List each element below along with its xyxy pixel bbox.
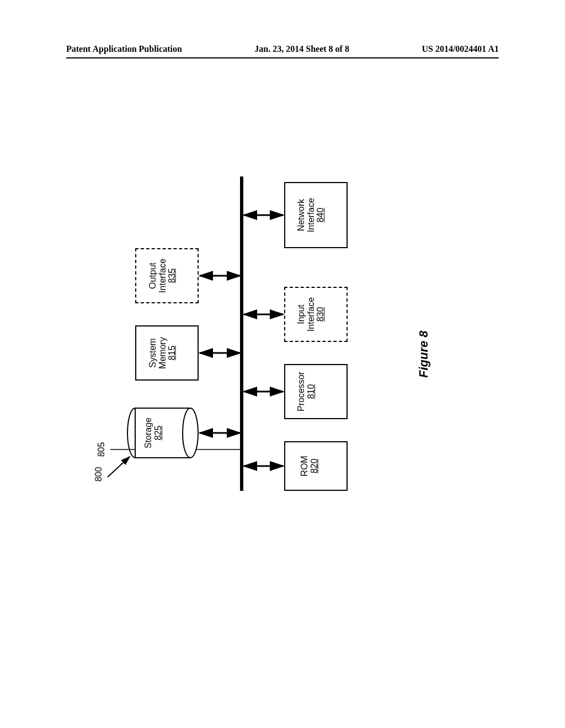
- figure-caption: Figure 8: [417, 312, 433, 378]
- rom-label: ROM 820: [300, 443, 333, 490]
- bus-label: 805: [97, 438, 108, 461]
- header-rule: [66, 57, 499, 58]
- svg-line-0: [108, 457, 130, 477]
- svg-point-3: [183, 408, 198, 458]
- output-interface-connector: [199, 270, 243, 281]
- diagram-stage: 800 805: [94, 143, 469, 563]
- system-memory-label: System Memory 815: [148, 327, 186, 379]
- page-header: Patent Application Publication Jan. 23, …: [0, 44, 565, 54]
- storage-label: Storage 825: [143, 414, 182, 452]
- input-interface-connector: [243, 309, 287, 320]
- output-interface-label: Output Interface 835: [148, 250, 186, 302]
- header-center: Jan. 23, 2014 Sheet 8 of 8: [254, 44, 349, 54]
- network-interface-connector: [243, 210, 287, 221]
- rom-connector: [243, 461, 287, 472]
- processor-label: Processor 810: [296, 367, 335, 416]
- system-memory-connector: [199, 347, 243, 358]
- system-label: 800: [94, 463, 105, 485]
- bus: [240, 176, 243, 491]
- input-interface-label: Input Interface 830: [296, 290, 335, 339]
- header-left: Patent Application Publication: [66, 44, 182, 54]
- storage-connector: [199, 427, 243, 438]
- processor-connector: [243, 386, 287, 397]
- page: Patent Application Publication Jan. 23, …: [0, 0, 565, 728]
- header-right: US 2014/0024401 A1: [422, 44, 499, 54]
- network-interface-label: Network Interface 840: [296, 188, 335, 243]
